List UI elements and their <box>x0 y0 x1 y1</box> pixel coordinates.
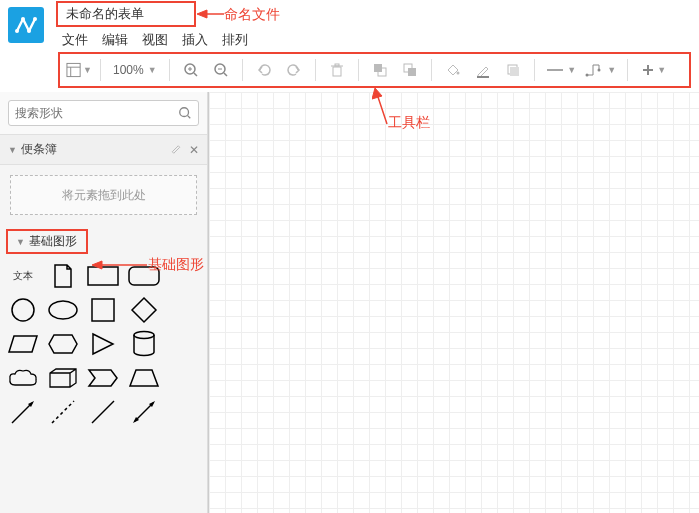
shadow-icon <box>505 62 521 78</box>
svg-point-35 <box>49 301 77 319</box>
dropdown-caret-icon: ▼ <box>148 65 157 75</box>
waypoint-style-button[interactable]: ▼ <box>583 57 619 83</box>
toolbar: ▼ 100% ▼ ▼ ▼ <box>58 52 691 88</box>
shape-rounded-rect[interactable] <box>127 262 161 290</box>
shape-dashed-line[interactable] <box>46 398 80 426</box>
delete-button[interactable] <box>324 57 350 83</box>
search-box <box>8 100 199 126</box>
svg-rect-4 <box>67 63 80 76</box>
shape-step[interactable] <box>86 364 120 392</box>
shape-spacer <box>167 398 201 426</box>
svg-line-46 <box>52 401 74 423</box>
trash-icon <box>330 62 344 78</box>
undo-button[interactable] <box>251 57 277 83</box>
app-logo[interactable] <box>8 7 44 43</box>
shadow-button[interactable] <box>500 57 526 83</box>
chevron-down-icon: ▼ <box>8 145 17 155</box>
chevron-down-icon: ▼ <box>16 237 25 247</box>
svg-point-2 <box>27 29 31 33</box>
svg-rect-14 <box>333 67 341 76</box>
zoom-out-button[interactable] <box>208 57 234 83</box>
svg-rect-36 <box>92 299 114 321</box>
svg-point-26 <box>586 74 589 77</box>
zoom-value: 100% <box>113 63 144 77</box>
shape-triangle[interactable] <box>86 330 120 358</box>
svg-point-1 <box>21 17 25 21</box>
dropdown-caret-icon: ▼ <box>567 65 576 75</box>
svg-point-34 <box>12 299 34 321</box>
shape-cloud[interactable] <box>6 364 40 392</box>
dropdown-caret-icon: ▼ <box>607 65 616 75</box>
svg-point-0 <box>15 29 19 33</box>
pencil-icon[interactable] <box>170 142 182 154</box>
connection-style-button[interactable]: ▼ <box>543 57 579 83</box>
svg-marker-37 <box>132 298 156 322</box>
shape-trapezoid[interactable] <box>127 364 161 392</box>
svg-marker-38 <box>9 336 37 352</box>
view-mode-button[interactable]: ▼ <box>66 57 92 83</box>
search-icon[interactable] <box>178 106 192 120</box>
shape-square[interactable] <box>86 296 120 324</box>
menu-view[interactable]: 视图 <box>142 31 168 49</box>
shapes-sidebar: ▼ 便条簿 ✕ 将元素拖到此处 ▼ 基础图形 文本 <box>0 92 208 513</box>
close-icon[interactable]: ✕ <box>189 143 199 157</box>
shape-circle[interactable] <box>6 296 40 324</box>
logo-icon <box>14 13 38 37</box>
to-front-icon <box>372 62 388 78</box>
shape-rectangle[interactable] <box>86 262 120 290</box>
menu-insert[interactable]: 插入 <box>182 31 208 49</box>
menu-file[interactable]: 文件 <box>62 31 88 49</box>
svg-line-8 <box>194 73 197 76</box>
zoom-control[interactable]: 100% ▼ <box>109 63 161 77</box>
shape-line[interactable] <box>86 398 120 426</box>
shape-text[interactable]: 文本 <box>6 262 40 290</box>
basic-shapes-label: 基础图形 <box>29 233 77 250</box>
shape-spacer <box>167 296 201 324</box>
shape-double-arrow[interactable] <box>127 398 161 426</box>
search-input[interactable] <box>15 106 178 120</box>
shape-cube[interactable] <box>46 364 80 392</box>
menu-arrange[interactable]: 排列 <box>222 31 248 49</box>
svg-point-3 <box>33 17 37 21</box>
svg-rect-32 <box>88 267 118 285</box>
menu-edit[interactable]: 编辑 <box>102 31 128 49</box>
dropdown-caret-icon: ▼ <box>657 65 666 75</box>
svg-rect-24 <box>510 67 519 76</box>
svg-rect-20 <box>408 68 416 76</box>
add-button[interactable]: ▼ <box>636 57 672 83</box>
shape-arrow-line[interactable] <box>6 398 40 426</box>
shape-cylinder[interactable] <box>127 330 161 358</box>
scratchpad-header[interactable]: ▼ 便条簿 ✕ <box>0 135 207 165</box>
svg-marker-40 <box>93 334 113 354</box>
dropzone-text: 将元素拖到此处 <box>62 187 146 204</box>
shape-spacer <box>167 262 201 290</box>
redo-button[interactable] <box>281 57 307 83</box>
shape-parallelogram[interactable] <box>6 330 40 358</box>
to-back-button[interactable] <box>397 57 423 83</box>
svg-marker-43 <box>130 370 158 386</box>
svg-line-48 <box>135 403 153 421</box>
scratchpad-label: 便条簿 <box>21 141 57 158</box>
drawing-canvas[interactable] <box>208 92 699 513</box>
svg-point-41 <box>134 332 154 339</box>
shape-hexagon[interactable] <box>46 330 80 358</box>
shape-ellipse[interactable] <box>46 296 80 324</box>
zoom-out-icon <box>213 62 229 78</box>
dropdown-caret-icon: ▼ <box>83 65 92 75</box>
shape-spacer <box>167 364 201 392</box>
menu-bar: 文件 编辑 视图 插入 排列 <box>56 31 248 49</box>
basic-shapes-header[interactable]: ▼ 基础图形 <box>6 229 88 254</box>
svg-line-31 <box>188 116 191 119</box>
undo-icon <box>256 62 272 78</box>
shape-spacer <box>167 330 201 358</box>
document-title[interactable]: 未命名的表单 <box>56 1 196 27</box>
shape-diamond[interactable] <box>127 296 161 324</box>
svg-line-44 <box>12 403 32 423</box>
to-front-button[interactable] <box>367 57 393 83</box>
line-color-button[interactable] <box>470 57 496 83</box>
waypoint-icon <box>585 63 605 77</box>
fill-color-button[interactable] <box>440 57 466 83</box>
zoom-in-button[interactable] <box>178 57 204 83</box>
scratchpad-dropzone[interactable]: 将元素拖到此处 <box>10 175 197 215</box>
shape-document[interactable] <box>46 262 80 290</box>
